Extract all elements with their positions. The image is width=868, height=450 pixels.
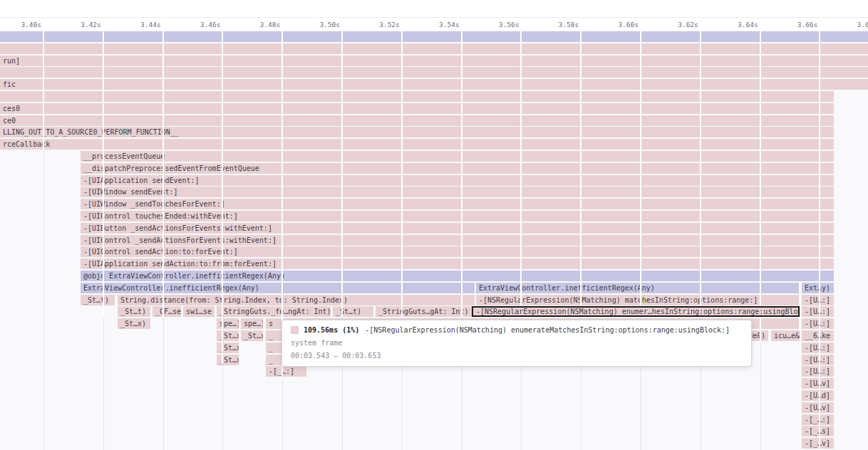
flame-bar-label: _ (269, 344, 273, 352)
flame-bar[interactable]: -[U…:] (802, 306, 834, 317)
flame-bar-label: -[_…s] (805, 427, 830, 435)
flame-bar[interactable]: -[U…:] (802, 366, 834, 377)
ruler-tick-label: 3.40s (21, 21, 41, 28)
ruler-tick-label: 3.44s (140, 21, 161, 28)
flame-bar-label: -[UIWindow _sendTouchesForEvent:] (83, 200, 225, 208)
ruler-tick-label: 3.68s (857, 21, 868, 28)
flame-bar[interactable] (0, 43, 868, 54)
selected-flame-bar[interactable]: -[NSRegularExpression(NSMatching) enumer… (472, 306, 800, 317)
flame-bar[interactable]: __dispatchPreprocessedEventFromEventQueu… (81, 163, 834, 174)
flame-bar[interactable]: ces0 (0, 103, 834, 114)
flame-bar[interactable]: -[U…v] (802, 378, 834, 389)
flame-bar[interactable]: ExtraViewController.inefficientRegex(Any… (81, 283, 475, 293)
flame-bar-label: Ext…y) (805, 284, 830, 292)
flame-bar[interactable]: -[_…v] (802, 438, 834, 449)
flame-bar-label: -[UIControl sendAction:to:forEvent:] (83, 248, 238, 256)
flame-bar-label: -[_…v] (805, 439, 830, 447)
ruler-tick-label: 3.64s (738, 21, 758, 28)
flame-bar[interactable]: -[U…d] (802, 390, 834, 401)
gridline-overlay (401, 31, 403, 318)
flame-bar[interactable]: Ext…y) (802, 283, 834, 293)
flame-bar[interactable]: -[UIApplication sendAction:to:from:forEv… (81, 258, 834, 269)
flame-bar[interactable]: fic (0, 79, 868, 90)
flame-bar-label: _ (269, 356, 273, 364)
flame-bar-label: -[U…:] (805, 296, 830, 304)
flame-bar[interactable] (0, 67, 868, 78)
flame-bar[interactable]: _St…x) (217, 342, 239, 353)
flame-bar-label: _St…t) (336, 308, 361, 315)
flame-bar-label: run] (3, 57, 20, 65)
flame-bar[interactable]: _St…x) (217, 355, 239, 365)
flame-bar-label: -[UIControl touchesEnded:withEvent:] (83, 212, 238, 220)
flame-bar[interactable]: _St…t) (118, 306, 150, 317)
flame-bar[interactable]: __6…ke (802, 330, 834, 341)
category-swatch-icon (291, 326, 299, 334)
flame-bar-label: -[NSRegularExpression(NSMatching) enumer… (476, 308, 800, 315)
flame-bar-label: __dispatchPreprocessedEventFromEventQueu… (83, 164, 259, 172)
flame-bar[interactable]: _StringGuts._fo…ngAt: Int) (217, 306, 331, 317)
ruler-tick-label: 3.66s (797, 21, 818, 28)
flame-bar-label: _St…x) (244, 332, 263, 340)
flame-bar[interactable]: _St…t) (333, 306, 373, 317)
flame-bar[interactable]: -[U…:] (802, 295, 834, 305)
flame-bar[interactable]: -[_…s] (802, 426, 834, 436)
flame-bar[interactable]: -[UIApplication sendEvent:] (81, 175, 834, 186)
flame-bar[interactable]: swi…se (183, 306, 215, 317)
time-ruler[interactable]: 3.40s3.42s3.44s3.46s3.48s3.50s3.52s3.54s… (0, 18, 868, 31)
flame-bar[interactable]: _CF…se (153, 306, 181, 317)
flame-bar[interactable]: _St…x) (118, 318, 150, 329)
flame-bar[interactable]: String.distance(from: String.Index, to: … (118, 295, 475, 305)
flame-bar-label: _ (269, 332, 273, 340)
flame-bar-label: swi…se (186, 308, 212, 315)
tooltip-duration: 109.56ms (1%) (304, 326, 359, 334)
flame-bar[interactable]: @objc ExtraViewController.inefficientReg… (81, 271, 834, 281)
ruler-tick-label: 3.46s (200, 21, 221, 28)
flame-bar[interactable]: -[U…v] (802, 402, 834, 413)
flame-bar[interactable]: spe…)) (241, 318, 263, 329)
flame-bar[interactable]: -[U…:] (802, 318, 834, 329)
flame-bar[interactable]: spe…)) (217, 318, 239, 329)
flame-bar[interactable]: -[U…:] (802, 355, 834, 365)
flame-bar[interactable]: __processEventQueue (81, 151, 834, 162)
flame-bar[interactable]: -[NSRegularExpression(NSMatching) matche… (476, 295, 799, 305)
flame-bar[interactable]: -[_…:] (802, 414, 834, 425)
flame-bar-label: -[_…:] (805, 416, 830, 424)
tooltip-summary: 109.56ms (1%) -[NSRegularExpression(NSMa… (291, 326, 743, 334)
flame-bar[interactable] (0, 31, 868, 42)
flame-bar[interactable]: ExtraViewController.inefficientRegex(Any… (476, 283, 799, 293)
flame-bar-label: ces0 (3, 105, 20, 112)
flame-bar[interactable]: run] (0, 56, 868, 66)
flame-bar[interactable]: _StringGuts…gAt: Int) (376, 306, 472, 317)
flame-bar[interactable]: -[_…:] (266, 366, 306, 377)
flame-bar[interactable]: -[UIWindow _sendTouchesForEvent:] (81, 199, 834, 209)
gridline-overlay (819, 31, 820, 450)
ruler-tick-label: 3.42s (81, 21, 101, 28)
ruler-tick-label: 3.60s (618, 21, 639, 28)
flame-bar[interactable]: -[UIButton _sendActionsForEvents:withEve… (81, 223, 834, 234)
gridline-overlay (162, 31, 164, 318)
flame-bar[interactable]: -[U…:] (802, 342, 834, 353)
flame-bar[interactable]: -[UIWindow sendEvent:] (81, 187, 834, 197)
flame-bar-label: ce0 (3, 117, 16, 125)
flame-bar[interactable]: rceCallback (0, 139, 834, 150)
flame-chart-canvas[interactable]: run]ficces0ce0LLING_OUT_TO_A_SOURCE0_PER… (0, 31, 868, 450)
tooltip-category: system frame (291, 339, 743, 347)
flame-bar[interactable]: ce0 (0, 115, 834, 126)
gridline-overlay (341, 31, 343, 318)
flame-bar[interactable]: icu…e&) (771, 330, 800, 341)
gridline-overlay (103, 31, 104, 318)
flame-bar[interactable]: -[UIControl sendAction:to:forEvent:] (81, 246, 834, 257)
flame-bar-label: -[U…v] (805, 380, 830, 387)
gridline-overlay (520, 31, 522, 318)
flame-bar-label: String.distance(from: String.Index, to: … (120, 296, 348, 304)
flame-bar[interactable]: _St…x) (241, 330, 263, 341)
flame-bar-label: -[UIButton _sendActionsForEvents:withEve… (83, 224, 272, 232)
flame-bar[interactable]: -[UIControl _sendActionsForEvents:withEv… (81, 235, 834, 246)
flame-bar[interactable] (0, 91, 834, 102)
flame-bar[interactable]: LLING_OUT_TO_A_SOURCE0_PERFORM_FUNCTION_… (0, 127, 834, 137)
flame-bar[interactable]: -[UIControl touchesEnded:withEvent:] (81, 211, 834, 221)
flame-bar[interactable]: _St…x) (217, 330, 239, 341)
gridline-overlay (222, 31, 223, 365)
flame-bar-label: spe…)) (244, 320, 263, 328)
flame-bar[interactable]: _St…t) (81, 295, 115, 305)
